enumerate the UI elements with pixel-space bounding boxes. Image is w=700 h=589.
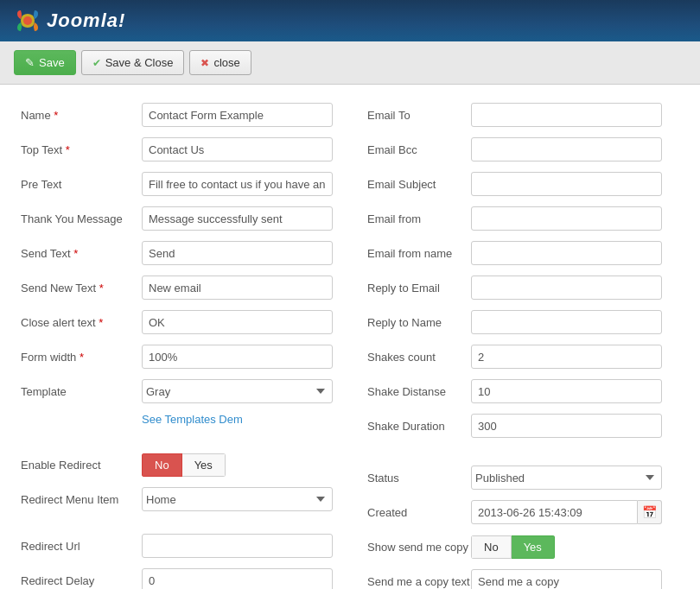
redirect-menu-item-select[interactable]: Home About Contact	[142, 487, 333, 511]
template-row: Template Gray Blue Red Green	[21, 378, 333, 404]
redirect-delay-row: Redirect Delay	[21, 567, 333, 589]
email-from-name-label: Email from name	[367, 247, 471, 260]
redirect-menu-item-label: Redirect Menu Item	[21, 493, 142, 506]
shake-duration-input[interactable]	[471, 414, 662, 438]
email-from-name-row: Email from name	[367, 240, 662, 266]
send-copy-text-input[interactable]	[471, 569, 662, 589]
save-label: Save	[39, 56, 65, 69]
thank-you-label: Thank You Message	[21, 212, 142, 225]
main-content: Name * Top Text * Pre Text Thank You Mes…	[0, 85, 700, 589]
joomla-brand-text: Joomla!	[47, 10, 125, 32]
save-close-button[interactable]: ✔ Save & Close	[81, 50, 185, 75]
close-alert-row: Close alert text *	[21, 309, 333, 335]
close-alert-label: Close alert text *	[21, 316, 142, 329]
close-label: close	[213, 56, 239, 69]
required-star: *	[99, 282, 104, 294]
email-subject-input[interactable]	[471, 172, 662, 196]
email-from-input[interactable]	[471, 206, 662, 231]
email-bcc-input[interactable]	[471, 137, 662, 162]
pre-text-label: Pre Text	[21, 178, 142, 191]
shake-distance-input[interactable]	[471, 379, 662, 403]
enable-redirect-row: Enable Redirect No Yes	[21, 452, 333, 478]
form-grid: Name * Top Text * Pre Text Thank You Mes…	[21, 102, 679, 589]
created-input[interactable]	[471, 500, 638, 524]
shake-distance-row: Shake Distanse	[367, 378, 662, 404]
name-row: Name *	[21, 102, 333, 128]
send-copy-text-row: Send me a copy text	[367, 568, 662, 589]
send-text-input[interactable]	[142, 241, 333, 265]
enable-redirect-no-btn[interactable]: No	[142, 453, 182, 477]
email-to-label: Email To	[367, 109, 471, 122]
reply-to-name-input[interactable]	[471, 310, 662, 334]
date-input-group: 📅	[471, 500, 662, 524]
save-icon: ✎	[25, 56, 35, 69]
send-new-text-row: Send New Text *	[21, 275, 333, 301]
required-star: *	[54, 109, 58, 122]
reply-to-email-label: Reply to Email	[367, 282, 471, 294]
svg-point-1	[23, 16, 32, 25]
shakes-count-row: Shakes count	[367, 344, 662, 370]
status-label: Status	[367, 472, 471, 484]
check-icon: ✔	[92, 57, 101, 69]
required-star: *	[73, 247, 78, 260]
save-close-label: Save & Close	[105, 56, 174, 69]
email-subject-label: Email Subject	[367, 178, 471, 191]
email-subject-row: Email Subject	[367, 171, 662, 197]
enable-redirect-label: Enable Redirect	[21, 459, 142, 472]
status-row: Status Published Unpublished Archived Tr…	[367, 465, 662, 491]
calendar-button[interactable]: 📅	[638, 500, 662, 524]
top-text-label: Top Text *	[21, 143, 142, 156]
redirect-menu-item-row: Redirect Menu Item Home About Contact	[21, 486, 333, 512]
show-send-copy-row: Show send me copy No Yes	[367, 534, 662, 560]
form-left: Name * Top Text * Pre Text Thank You Mes…	[21, 102, 350, 589]
redirect-delay-label: Redirect Delay	[21, 574, 142, 587]
x-icon: ✖	[200, 57, 209, 69]
form-width-label: Form width *	[21, 351, 142, 364]
app-header: Joomla!	[0, 0, 700, 41]
email-to-row: Email To	[367, 102, 662, 128]
enable-redirect-toggle: No Yes	[142, 453, 226, 477]
created-label: Created	[367, 506, 471, 519]
form-width-input[interactable]	[142, 345, 333, 369]
name-label: Name *	[21, 109, 142, 122]
redirect-url-input[interactable]	[142, 534, 333, 558]
required-star: *	[99, 316, 103, 329]
pre-text-input[interactable]	[142, 172, 333, 196]
joomla-logo: Joomla!	[14, 7, 125, 35]
show-send-copy-label: Show send me copy	[367, 541, 471, 554]
template-select[interactable]: Gray Blue Red Green	[142, 379, 333, 403]
email-from-name-input[interactable]	[471, 241, 662, 265]
show-send-copy-yes-btn[interactable]: Yes	[512, 535, 555, 559]
reply-to-name-row: Reply to Name	[367, 309, 662, 335]
top-text-row: Top Text *	[21, 136, 333, 162]
created-row: Created 📅	[367, 499, 662, 525]
close-button[interactable]: ✖ close	[189, 50, 251, 75]
required-star: *	[66, 143, 70, 156]
shake-duration-row: Shake Duration	[367, 413, 662, 439]
pre-text-row: Pre Text	[21, 171, 333, 197]
reply-to-email-row: Reply to Email	[367, 275, 662, 301]
name-input[interactable]	[142, 103, 333, 127]
show-send-copy-no-btn[interactable]: No	[471, 535, 512, 559]
send-text-row: Send Text *	[21, 240, 333, 266]
redirect-url-label: Redirect Url	[21, 540, 142, 553]
see-templates-link[interactable]: See Templates Dem	[142, 413, 333, 426]
redirect-url-row: Redirect Url	[21, 533, 333, 559]
email-bcc-row: Email Bcc	[367, 136, 662, 162]
send-copy-text-label: Send me a copy text	[367, 575, 471, 588]
send-new-text-input[interactable]	[142, 276, 333, 300]
email-from-label: Email from	[367, 212, 471, 225]
email-to-input[interactable]	[471, 103, 662, 127]
top-text-input[interactable]	[142, 137, 333, 162]
toolbar: ✎ Save ✔ Save & Close ✖ close	[0, 41, 700, 85]
close-alert-input[interactable]	[142, 310, 333, 334]
save-button[interactable]: ✎ Save	[14, 50, 76, 75]
shakes-count-input[interactable]	[471, 345, 662, 369]
enable-redirect-yes-btn[interactable]: Yes	[182, 453, 226, 477]
reply-to-email-input[interactable]	[471, 276, 662, 300]
thank-you-input[interactable]	[142, 206, 333, 231]
status-select[interactable]: Published Unpublished Archived Trashed	[471, 466, 662, 490]
email-bcc-label: Email Bcc	[367, 143, 471, 156]
redirect-delay-input[interactable]	[142, 568, 333, 589]
required-star: *	[80, 351, 84, 364]
